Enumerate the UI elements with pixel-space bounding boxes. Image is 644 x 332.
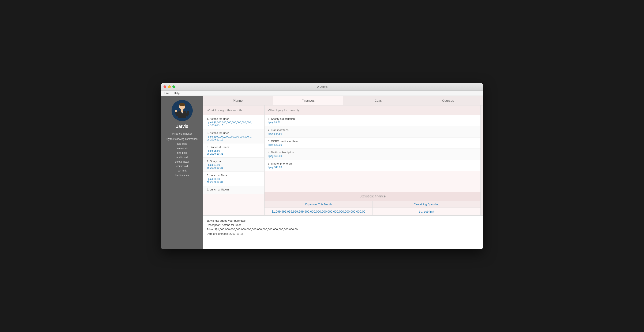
tabs: Planner Finances Ccas Courses: [203, 96, 483, 105]
monthly-item: 2. Transport fees I pay $84.50: [264, 126, 480, 138]
purchase-title-1: 1. Astons for lunch: [207, 117, 261, 120]
sidebar-command-8: list-finances: [175, 173, 189, 177]
monthly-item: 1. Spotify subscription I pay $9.50: [264, 115, 480, 126]
console-output: Jarvis has added your purchase! Descript…: [207, 219, 480, 241]
sidebar-command-1: add-paid: [177, 142, 187, 146]
purchase-detail-1: I paid $1,000,000,000,000,000,000,000,..…: [207, 121, 261, 124]
purchase-date-4: on 2019-10-31: [207, 166, 261, 169]
window-title: ⚙ Jarvis: [316, 85, 328, 88]
console-cursor: [207, 243, 207, 246]
purchase-detail-4: I paid $2.80: [207, 164, 261, 166]
sidebar-user-name: Jarvis: [176, 124, 188, 129]
console-input-line: [207, 243, 480, 246]
statistics-section: Statistics: finance Expenses This Month …: [264, 192, 480, 215]
monthly-title-4: 4. Netflix subscription: [268, 151, 477, 154]
right-panel: Planner Finances Ccas Courses What I bou…: [203, 96, 483, 249]
console-line-1: Jarvis has added your purchase!: [207, 219, 480, 223]
list-item: 2. Astons for lunch I paid $100,000,000,…: [203, 129, 264, 144]
purchase-title-5: 5. Lunch at Deck: [207, 174, 261, 177]
svg-point-1: [179, 103, 185, 106]
remaining-value: try: set-limit: [373, 208, 481, 215]
app-window: ⚙ Jarvis File Help: [161, 83, 483, 249]
svg-point-7: [175, 110, 177, 112]
console-line-3: Price: $$1,000,000,000,000,000,000,000,0…: [207, 227, 480, 232]
console-area[interactable]: Jarvis has added your purchase! Descript…: [203, 215, 483, 249]
main-content: Jarvis Finance Tracker Try the following…: [161, 96, 483, 249]
expenses-value: $1,099,999,999,999,999,900,000,000,000,0…: [264, 208, 373, 215]
tab-planner[interactable]: Planner: [203, 96, 273, 105]
sidebar: Jarvis Finance Tracker Try the following…: [161, 96, 203, 249]
menubar: File Help: [161, 91, 483, 96]
sidebar-command-4: add-install: [176, 156, 188, 160]
list-item: 1. Astons for lunch I paid $1,000,000,00…: [203, 115, 264, 129]
purchases-items[interactable]: 1. Astons for lunch I paid $1,000,000,00…: [203, 115, 264, 215]
sidebar-command-3: find-paid: [177, 151, 187, 155]
monthly-title-1: 1. Spotify subscription: [268, 117, 477, 120]
monthly-item: 4. Netflix subscription I pay $60.00: [264, 149, 480, 160]
close-button[interactable]: [164, 85, 166, 88]
svg-point-6: [186, 111, 190, 117]
titlebar: ⚙ Jarvis: [161, 83, 483, 91]
purchase-detail-5: I paid $4.50: [207, 177, 261, 180]
tab-finances[interactable]: Finances: [273, 96, 343, 105]
tab-courses[interactable]: Courses: [413, 96, 483, 105]
monthly-title-3: 3. OCBC credit card fees: [268, 140, 477, 143]
list-item: 6. Lunch at Utown: [203, 186, 264, 194]
scrollbar[interactable]: [480, 105, 483, 215]
sidebar-commands-intro: Try the following commands:: [166, 137, 198, 141]
purchase-detail-2: I paid $100,000,000,000,000,000,000,...: [207, 135, 261, 138]
monthly-title-2: 2. Transport fees: [268, 129, 477, 132]
purchase-date-3: on 2019-10-31: [207, 152, 261, 155]
list-item: 5. Lunch at Deck I paid $4.50 on 2019-10…: [203, 172, 264, 186]
avatar: [172, 100, 193, 121]
monthly-header: What I pay for monthly...: [264, 105, 480, 115]
purchase-date-2: on 2019-11-15: [207, 138, 261, 141]
monthly-detail-4: I pay $60.00: [268, 155, 477, 158]
monthly-detail-5: I pay $40.00: [268, 166, 477, 169]
svg-rect-8: [181, 109, 184, 112]
list-item: 4. Gongcha I paid $2.80 on 2019-10-31: [203, 158, 264, 172]
monthly-item: 5. Singtel phone bill I pay $40.00: [264, 160, 480, 171]
monthly-section: What I pay for monthly... 1. Spotify sub…: [264, 105, 480, 215]
sidebar-command-5: delete-install: [175, 160, 189, 164]
purchases-header: What I bought this month...: [203, 105, 264, 115]
monthly-detail-3: I pay $20.00: [268, 144, 477, 146]
monthly-item: 3. OCBC credit card fees I pay $20.00: [264, 138, 480, 149]
purchase-detail-3: I paid $5.50: [207, 149, 261, 152]
menu-file[interactable]: File: [164, 92, 170, 95]
expenses-label: Expenses This Month: [264, 201, 373, 207]
title-icon: ⚙: [316, 85, 319, 88]
purchase-date-1: on 2019-11-15: [207, 124, 261, 127]
stats-labels: Expenses This Month Remaining Spending: [264, 201, 480, 208]
window-controls: [164, 85, 175, 88]
menu-help[interactable]: Help: [173, 92, 180, 95]
console-line-4: Date of Purchase: 2019-11-15: [207, 232, 480, 236]
monthly-title-5: 5. Singtel phone bill: [268, 162, 477, 165]
list-item: 3. Dinner at Reedz I paid $5.50 on 2019-…: [203, 144, 264, 158]
purchase-title-3: 3. Dinner at Reedz: [207, 146, 261, 149]
minimize-button[interactable]: [168, 85, 171, 88]
purchase-title-4: 4. Gongcha: [207, 160, 261, 163]
stats-header: Statistics: finance: [264, 192, 480, 201]
finance-top: What I bought this month... 1. Astons fo…: [203, 105, 483, 215]
monthly-detail-1: I pay $9.50: [268, 121, 477, 124]
sidebar-command-6: edit-install: [176, 164, 188, 168]
monthly-items[interactable]: 1. Spotify subscription I pay $9.50 2. T…: [264, 115, 480, 192]
sidebar-commands-list: add-paid delete-paid find-paid add-insta…: [175, 142, 189, 177]
remaining-label: Remaining Spending: [373, 201, 481, 207]
purchase-title-2: 2. Astons for lunch: [207, 131, 261, 135]
console-line-2: Description: Astons for lunch: [207, 223, 480, 227]
stats-values: $1,099,999,999,999,999,900,000,000,000,0…: [264, 208, 480, 215]
purchases-list: What I bought this month... 1. Astons fo…: [203, 105, 264, 215]
sidebar-command-7: set-limit: [178, 169, 186, 173]
sidebar-command-2: delete-paid: [176, 146, 188, 150]
maximize-button[interactable]: [172, 85, 175, 88]
purchase-title-6: 6. Lunch at Utown: [207, 188, 261, 191]
finance-content: What I bought this month... 1. Astons fo…: [203, 105, 483, 249]
tab-ccas[interactable]: Ccas: [343, 96, 413, 105]
purchase-date-5: on 2019-10-31: [207, 180, 261, 183]
sidebar-feature-label: Finance Tracker: [172, 132, 192, 135]
monthly-detail-2: I pay $84.50: [268, 132, 477, 135]
